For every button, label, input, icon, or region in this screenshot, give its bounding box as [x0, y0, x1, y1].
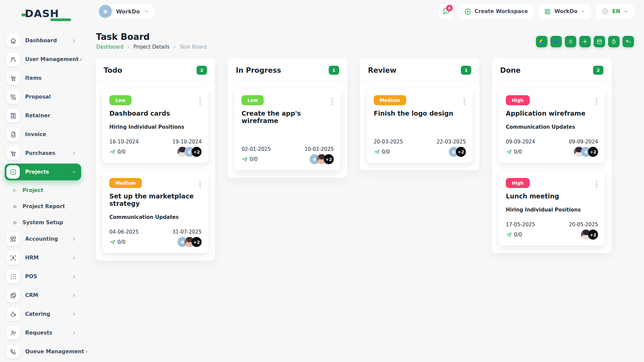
send-icon: [241, 156, 248, 163]
column-title: In Progress: [236, 66, 281, 74]
sidebar-item-dashboard[interactable]: Dashboard: [5, 32, 81, 49]
workspace-selector[interactable]: WorkDo: [97, 3, 155, 19]
sidebar-item-catering[interactable]: Catering: [5, 306, 81, 322]
bullet-icon: [13, 205, 16, 208]
logo-accent-bar: [50, 18, 71, 21]
app-switcher-button[interactable]: WorkDo: [538, 4, 591, 19]
task-dates: 09-09-202409-09-2024: [506, 139, 598, 145]
logo-text: DASH: [25, 8, 59, 19]
priority-badge: High: [506, 95, 530, 105]
sidebar-item-queue-management[interactable]: Queue Management: [5, 343, 81, 360]
priority-badge: Low: [109, 95, 131, 105]
building-icon: [102, 8, 109, 15]
card-menu-button[interactable]: [198, 180, 202, 189]
sidebar-nav: DashboardUser ManagementItemsProposalRet…: [5, 32, 81, 362]
sidebar-subitem-system-setup[interactable]: System Setup: [5, 215, 81, 231]
assignee-avatars: +2: [581, 230, 598, 240]
reminder-button[interactable]: [608, 36, 620, 47]
subtask-progress-value: 0/0: [514, 232, 522, 238]
add-task-button[interactable]: [579, 36, 591, 47]
chevron-right-icon: [71, 330, 76, 336]
end-date: 10-02-2025: [305, 146, 334, 152]
subtask-progress: 0/0: [506, 232, 522, 238]
sidebar-subitem-project[interactable]: Project: [5, 182, 81, 198]
calendar-button[interactable]: [594, 36, 605, 47]
breadcrumb-project-details-link[interactable]: Project Details: [133, 44, 170, 50]
task-title: Set up the marketplace strategy: [109, 192, 202, 207]
card-menu-button[interactable]: [463, 97, 466, 106]
sidebar-item-label: Projects: [25, 169, 49, 175]
task-card-application-wireframe[interactable]: HighApplication wireframeCommunication U…: [499, 89, 605, 163]
windows-icon: [6, 289, 20, 302]
priority-badge: Medium: [109, 178, 142, 188]
assignee-avatars: +2: [574, 147, 598, 157]
kanban-column-review: Review1MediumFinish the logo design20-03…: [360, 58, 479, 170]
subtask-progress-value: 0/0: [250, 156, 258, 162]
sidebar-item-hrm[interactable]: HRM: [5, 249, 81, 266]
language-selector[interactable]: EN: [596, 4, 634, 19]
circle-plus-icon: [464, 8, 471, 15]
create-workspace-button[interactable]: Create Workspace: [459, 4, 534, 19]
priority-badge: Low: [241, 95, 264, 105]
card-footer: 0/0+2: [506, 229, 598, 240]
card-menu-button[interactable]: [330, 97, 334, 106]
card-menu-button[interactable]: [595, 97, 598, 106]
kanban-column-in-progress: In Progress1LowCreate the app's wirefram…: [228, 58, 347, 178]
globe-icon: [601, 8, 609, 15]
google-drive-icon: [539, 39, 545, 45]
alarm-icon: [611, 39, 617, 45]
google-drive-button[interactable]: [536, 36, 547, 47]
breadcrumb-separator: ›: [127, 45, 129, 50]
card-footer: 0/0+2: [109, 146, 202, 157]
sidebar-item-accounting[interactable]: Accounting: [5, 231, 81, 247]
sidebar-item-invoice[interactable]: Invoice: [5, 126, 81, 143]
task-milestone: [241, 131, 334, 138]
sidebar-item-projects[interactable]: Projects: [5, 164, 81, 180]
sidebar-item-proposal[interactable]: Proposal: [5, 88, 81, 105]
kanban-board: Todo2LowDashboard cardsHiring Individual…: [96, 58, 611, 260]
calendar-icon: [596, 39, 602, 45]
card-menu-button[interactable]: [198, 97, 202, 106]
grid-plus-icon: [6, 232, 20, 246]
breadcrumb-separator: ›: [174, 45, 175, 50]
sidebar-item-requests[interactable]: Requests: [5, 324, 81, 341]
subtask-progress-value: 0/0: [117, 149, 125, 155]
back-button[interactable]: [623, 36, 634, 47]
task-card-set-up-the-marketplace-strategy[interactable]: MediumSet up the marketplace strategyCom…: [102, 172, 208, 253]
bullet-icon: [13, 221, 16, 224]
onedrive-icon: [553, 39, 559, 45]
task-card-finish-the-logo-design[interactable]: MediumFinish the logo design20-03-202522…: [367, 89, 473, 163]
sidebar-item-label: HRM: [25, 255, 39, 261]
task-milestone: [374, 124, 466, 130]
app-logo[interactable]: DASH: [21, 7, 59, 19]
sidebar-item-retainer[interactable]: Retainer: [5, 107, 81, 124]
language-code: EN: [612, 8, 620, 14]
sidebar-item-label: Accounting: [25, 236, 58, 242]
start-date: 04-06-2025: [109, 229, 139, 235]
save-icon: [6, 109, 20, 122]
onedrive-button[interactable]: [550, 36, 562, 47]
task-card-dashboard-cards[interactable]: LowDashboard cardsHiring Individual Posi…: [102, 89, 208, 163]
sidebar-subitem-project-report[interactable]: Project Report: [5, 198, 81, 215]
chevron-right-icon: [71, 274, 76, 279]
column-header: In Progress1: [228, 58, 347, 81]
list-view-button[interactable]: [565, 36, 576, 47]
sidebar-subitem-label: Project Report: [22, 203, 65, 209]
task-card-lunch-meeting[interactable]: HighLunch meetingHiring Individual Posit…: [499, 172, 605, 246]
card-footer: 0/0+2: [374, 146, 466, 157]
sidebar-item-pos[interactable]: POS: [5, 268, 81, 285]
messages-count-badge: 0: [446, 5, 453, 11]
users-icon: [6, 53, 20, 66]
breadcrumb-dashboard-link[interactable]: Dashboard: [96, 44, 123, 50]
sidebar-item-user-management[interactable]: User Management: [5, 51, 81, 68]
chevron-down-icon: [144, 9, 149, 14]
sidebar-item-crm[interactable]: CRM: [5, 287, 81, 304]
task-card-create-the-app-s-wireframe[interactable]: LowCreate the app's wireframe02-01-20251…: [234, 89, 340, 170]
sidebar-item-label: Requests: [25, 330, 52, 336]
card-menu-button[interactable]: [595, 180, 598, 189]
sidebar-item-items[interactable]: Items: [5, 70, 81, 86]
start-date: 17-05-2025: [506, 222, 535, 228]
undo-icon: [625, 39, 631, 45]
messages-button[interactable]: 0: [438, 4, 454, 19]
sidebar-item-purchases[interactable]: Purchases: [5, 145, 81, 162]
